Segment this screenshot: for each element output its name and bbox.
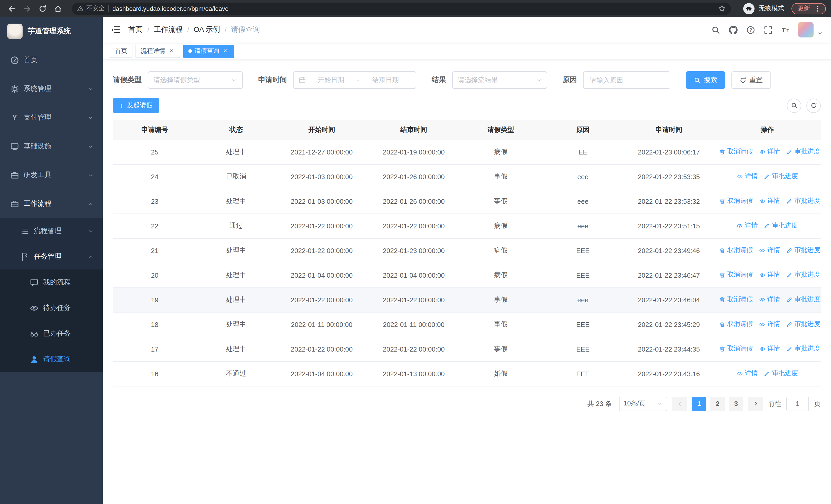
breadcrumb-item[interactable]: 工作流程 <box>154 25 182 34</box>
edit-icon <box>786 149 792 155</box>
font-size-icon[interactable]: TT <box>781 25 790 34</box>
leave-type-select[interactable]: 请选择请假类型 <box>148 71 243 89</box>
action-cancel-leave[interactable]: 取消请假 <box>719 246 753 255</box>
sidebar-item-task-mgmt[interactable]: 任务管理 <box>0 244 103 269</box>
fullscreen-icon[interactable] <box>764 25 773 34</box>
table-cell: 2022-01-13 00:00:00 <box>368 361 460 386</box>
page-size-select[interactable]: 10条/页 <box>619 396 667 411</box>
search-icon[interactable] <box>711 25 720 34</box>
sidebar-item-payment[interactable]: ¥支付管理 <box>0 103 103 132</box>
pagination-total: 共 23 条 <box>588 399 612 408</box>
reload-icon[interactable] <box>36 2 49 15</box>
close-icon[interactable]: × <box>222 48 229 55</box>
goto-page-input[interactable] <box>786 396 809 411</box>
bookmark-star-icon[interactable] <box>718 5 726 12</box>
create-leave-button[interactable]: + 发起请假 <box>113 98 159 113</box>
refresh-table-button[interactable] <box>806 98 821 113</box>
sidebar-item-dev-tools[interactable]: 研发工具 <box>0 161 103 189</box>
result-select[interactable]: 请选择流结果 <box>452 71 547 89</box>
action-approval-progress[interactable]: 审批进度 <box>764 369 798 378</box>
forward-icon[interactable] <box>21 2 34 15</box>
action-approval-progress[interactable]: 审批进度 <box>786 320 820 329</box>
sidebar-item-my-process[interactable]: 我的流程 <box>0 269 103 295</box>
search-toggle-button[interactable] <box>787 98 801 113</box>
action-approval-progress[interactable]: 审批进度 <box>786 197 820 206</box>
logo[interactable]: 芋道管理系统 <box>0 17 103 46</box>
action-approval-progress[interactable]: 审批进度 <box>786 148 820 156</box>
browser-menu-icon[interactable] <box>814 5 821 12</box>
filter-label-reason: 原因 <box>563 76 577 85</box>
action-cancel-leave[interactable]: 取消请假 <box>719 271 753 279</box>
breadcrumb-item[interactable]: OA 示例 <box>194 25 220 34</box>
sidebar-item-infrastructure[interactable]: 基础设施 <box>0 132 103 161</box>
sidebar-item-system[interactable]: 系统管理 <box>0 75 103 103</box>
action-detail[interactable]: 详情 <box>737 221 758 230</box>
security-indicator[interactable]: 不安全 <box>77 4 105 13</box>
github-icon[interactable] <box>729 25 738 34</box>
sidebar-item-workflow[interactable]: 工作流程 <box>0 189 103 218</box>
content: 请假类型 请选择请假类型 申请时间 开始日期 - 结束日期 <box>103 60 831 504</box>
tab-item[interactable]: 流程详情× <box>136 45 180 58</box>
breadcrumb-item[interactable]: 首页 <box>128 25 143 34</box>
apply-time-range-picker[interactable]: 开始日期 - 结束日期 <box>293 71 416 89</box>
page-button-1[interactable]: 1 <box>692 396 706 411</box>
action-detail[interactable]: 详情 <box>759 246 780 255</box>
table-cell: 2022-01-22 00:00:00 <box>368 213 460 238</box>
search-button[interactable]: 搜索 <box>686 71 725 89</box>
back-icon[interactable] <box>5 2 19 15</box>
action-approval-progress[interactable]: 审批进度 <box>764 172 798 181</box>
url-text[interactable]: dashboard.yudao.iocoder.cn/bpm/oa/leave <box>112 5 228 12</box>
action-approval-progress[interactable]: 审批进度 <box>786 295 820 304</box>
action-detail[interactable]: 详情 <box>759 197 780 206</box>
sidebar-toggle-icon[interactable] <box>111 25 120 34</box>
action-cancel-leave[interactable]: 取消请假 <box>719 148 753 156</box>
action-detail[interactable]: 详情 <box>759 295 780 304</box>
page-button-2[interactable]: 2 <box>710 396 725 411</box>
table-cell: 2022-01-22 23:43:16 <box>624 361 714 386</box>
sidebar-item-leave-query[interactable]: 请假查询 <box>0 347 103 372</box>
action-cancel-leave[interactable]: 取消请假 <box>719 320 753 329</box>
sidebar-item-done-tasks[interactable]: 已办任务 <box>0 321 103 347</box>
sidebar-item-label: 研发工具 <box>24 170 83 180</box>
address-bar[interactable]: 不安全 dashboard.yudao.iocoder.cn/bpm/oa/le… <box>72 2 731 14</box>
action-approval-progress[interactable]: 审批进度 <box>764 221 798 230</box>
action-cancel-leave[interactable]: 取消请假 <box>719 197 753 206</box>
column-header: 申请编号 <box>113 120 196 140</box>
action-detail[interactable]: 详情 <box>759 345 780 353</box>
sidebar-item-process-mgmt[interactable]: 流程管理 <box>0 218 103 244</box>
action-approval-progress[interactable]: 审批进度 <box>786 246 820 255</box>
action-detail[interactable]: 详情 <box>759 271 780 279</box>
update-button[interactable]: 更新 <box>792 3 826 14</box>
action-detail[interactable]: 详情 <box>759 148 780 156</box>
reason-input[interactable] <box>583 71 670 89</box>
page-buttons: 123 <box>692 396 743 411</box>
action-detail[interactable]: 详情 <box>737 172 758 181</box>
action-detail[interactable]: 详情 <box>737 369 758 378</box>
start-date-placeholder[interactable]: 开始日期 <box>306 76 356 85</box>
table-cell: 2022-01-22 00:00:00 <box>368 337 460 361</box>
home-icon[interactable] <box>51 2 65 15</box>
end-date-placeholder[interactable]: 结束日期 <box>360 76 411 85</box>
action-cancel-leave[interactable]: 取消请假 <box>719 345 753 353</box>
table-cell: 18 <box>113 312 196 337</box>
action-detail[interactable]: 详情 <box>759 320 780 329</box>
action-cancel-leave[interactable]: 取消请假 <box>719 295 753 304</box>
question-icon[interactable]: ? <box>746 25 755 34</box>
close-icon[interactable]: × <box>168 48 175 55</box>
next-page-button[interactable] <box>748 396 763 411</box>
action-approval-progress[interactable]: 审批进度 <box>786 271 820 279</box>
navbar-actions: ?TT <box>711 22 823 37</box>
prev-page-button[interactable] <box>672 396 687 411</box>
column-header: 原因 <box>542 120 624 140</box>
tab-item[interactable]: 首页 <box>110 45 133 58</box>
chevron-down-icon[interactable] <box>818 31 823 36</box>
sidebar-item-home[interactable]: 首页 <box>0 46 103 75</box>
trash-icon <box>719 272 725 278</box>
tab-item[interactable]: 请假查询× <box>183 45 234 58</box>
sidebar-item-todo-tasks[interactable]: 待办任务 <box>0 295 103 321</box>
action-approval-progress[interactable]: 审批进度 <box>786 345 820 353</box>
page-button-3[interactable]: 3 <box>729 396 743 411</box>
reset-button[interactable]: 重置 <box>732 71 771 89</box>
create-leave-label: 发起请假 <box>127 101 152 110</box>
user-avatar[interactable] <box>798 22 813 37</box>
